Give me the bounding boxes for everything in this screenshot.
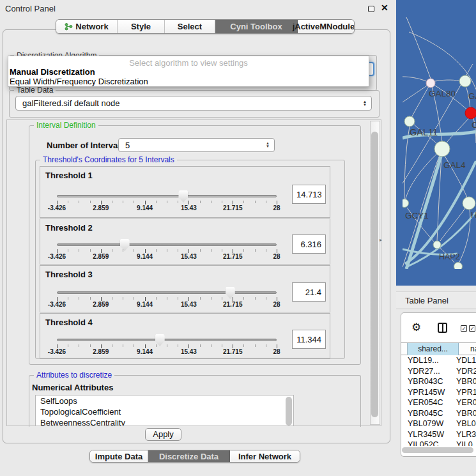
close-panel-icon[interactable]: ✕: [381, 3, 388, 13]
column-header-shared-name[interactable]: shared...: [407, 343, 459, 355]
threshold-2-value-field[interactable]: [292, 234, 326, 254]
threshold-1-panel: Threshold 1 -3.4262.8599.14415.4321.7152…: [40, 166, 330, 218]
screen: Control Panel ✕ Network Style Select Cyn…: [0, 0, 476, 476]
node-label-gal80: GAL80: [429, 89, 456, 98]
tab-cyni-toolbox[interactable]: Cyni Toolbox: [215, 20, 298, 33]
list-item-selfloops[interactable]: SelfLoops: [36, 395, 293, 406]
table-data-group-title: Table Data: [14, 86, 56, 95]
tab-impute-data[interactable]: Impute Data: [90, 450, 148, 462]
threshold-3-value-field[interactable]: [292, 282, 326, 302]
network-node-gal11[interactable]: [404, 116, 415, 127]
float-panel-icon[interactable]: [368, 6, 374, 12]
threshold-3-label: Threshold 3: [45, 270, 93, 279]
dropdown-option-equal-width-frequency[interactable]: Equal Width/Frequency Discretization: [10, 77, 148, 86]
threshold-3-slider[interactable]: -3.4262.8599.14415.4321.71528: [57, 291, 277, 311]
threshold-2-label: Threshold 2: [45, 223, 93, 233]
list-item-betweennesscentrality[interactable]: BetweennessCentrality: [36, 417, 293, 426]
numerical-attributes-label: Numerical Attributes: [32, 383, 113, 392]
slider-scale-labels: -3.4262.8599.14415.4321.71528: [57, 253, 277, 261]
node-label-gcy1: GCY1: [405, 211, 429, 220]
settings-scrollbar-thumb[interactable]: [371, 132, 378, 417]
node-label-hap2: HAP2: [439, 252, 460, 261]
bottom-tab-bar: Impute Data Discretize Data Infer Networ…: [89, 450, 300, 463]
table-row[interactable]: YDL19...YDL1: [401, 356, 476, 367]
node-label-partial-h: H: [471, 210, 476, 220]
table-row[interactable]: YLR345WYLR3: [401, 430, 476, 441]
network-nodes: [403, 75, 476, 269]
slider-track[interactable]: [57, 339, 277, 341]
threshold-4-slider[interactable]: -3.4262.8599.14415.4321.71528: [57, 339, 277, 358]
table-horizontal-scrollbar-thumb[interactable]: [402, 447, 473, 453]
network-node-right[interactable]: [463, 197, 475, 210]
tab-infer-network[interactable]: Infer Network: [230, 450, 300, 462]
table-row[interactable]: YIL052CYIL0: [401, 440, 476, 446]
network-node-gal80[interactable]: [426, 79, 435, 88]
network-node-top-right[interactable]: [459, 75, 471, 87]
network-node-selected-red[interactable]: [465, 107, 476, 119]
tab-network-label: Network: [75, 22, 108, 31]
combo-stepper-icon: ▲▼: [363, 100, 367, 107]
tab-discretize-data[interactable]: Discretize Data: [148, 450, 230, 462]
table-row[interactable]: YBR043CYBR0: [401, 377, 476, 388]
number-of-intervals-combobox[interactable]: 5 ▲▼: [118, 138, 275, 152]
table-columns-icon[interactable]: [438, 323, 447, 333]
apply-button[interactable]: Apply: [145, 428, 181, 441]
numerical-attributes-list[interactable]: SelfLoops TopologicalCoefficient Between…: [35, 395, 294, 426]
network-node-gcy1[interactable]: [403, 199, 409, 208]
algorithm-dropdown-popup: Select algorithm to view settings Manual…: [8, 56, 369, 87]
threshold-1-slider[interactable]: -3.4262.8599.14415.4321.71528: [57, 195, 277, 214]
table-row[interactable]: YPR145WYPR1: [401, 388, 476, 399]
table-row[interactable]: YBR045CYBR0: [401, 409, 476, 420]
network-node-gal4[interactable]: [434, 141, 450, 157]
table-data-combobox[interactable]: galFiltered.sif default node ▲▼: [15, 96, 372, 111]
slider-track[interactable]: [57, 243, 277, 246]
tab-select[interactable]: Select: [165, 20, 215, 33]
node-label-partial-c: C: [472, 120, 476, 130]
slider-track[interactable]: [57, 291, 277, 294]
control-panel-titlebar: Control Panel ✕: [0, 0, 395, 17]
tab-style[interactable]: Style: [118, 20, 165, 33]
top-tab-bar: Network Style Select Cyni Toolbox jActiv…: [56, 19, 355, 34]
node-label-gal4: GAL4: [443, 160, 466, 170]
number-of-intervals-label: Number of Intervals: [47, 141, 125, 150]
control-panel-title: Control Panel: [5, 4, 56, 13]
algorithm-dropdown-hint: Select algorithm to view settings: [8, 58, 369, 68]
column-header-name[interactable]: na: [470, 343, 476, 355]
dropdown-option-manual-discretization[interactable]: Manual Discretization: [10, 67, 95, 77]
network-node-bottom[interactable]: [454, 263, 463, 270]
threshold-3-panel: Threshold 3 -3.4262.8599.14415.4321.7152…: [40, 265, 330, 312]
slider-scale-labels: -3.4262.8599.14415.4321.71528: [57, 301, 277, 309]
list-item-topologicalcoefficient[interactable]: TopologicalCoefficient: [36, 406, 293, 417]
slider-scale-labels: -3.4262.8599.14415.4321.71528: [57, 204, 277, 212]
node-label-gal11: GAL11: [410, 127, 438, 137]
threshold-4-label: Threshold 4: [45, 318, 93, 327]
panel-resize-grip[interactable]: ▸: [380, 237, 382, 243]
threshold-4-panel: Threshold 4 -3.4262.8599.14415.4321.7152…: [40, 313, 330, 358]
slider-scale-labels: -3.4262.8599.14415.4321.71528: [57, 348, 277, 356]
tab-network[interactable]: Network: [56, 20, 118, 33]
network-canvas[interactable]: GAL80 GA C GAL11 GAL4 GCY1 H HAP2: [403, 17, 476, 269]
threshold-coordinates-title: Threshold's Coordinates for 5 Intervals: [40, 155, 177, 164]
table-row[interactable]: YDR27...YDR2: [401, 367, 476, 378]
table-settings-gear-icon[interactable]: ⚙: [411, 321, 421, 334]
threshold-1-label: Threshold 1: [45, 171, 93, 180]
node-label-partial-ga: GA: [468, 91, 476, 101]
threshold-4-value-field[interactable]: [292, 330, 326, 349]
tab-jactivemnodules[interactable]: jActiveMNodules: [298, 20, 354, 33]
table-select-checkbox-icon[interactable]: ✓: [461, 325, 467, 332]
table-panel-titlebar: Table Panel: [396, 291, 476, 309]
table-row[interactable]: YER054CYER0: [401, 398, 476, 409]
slider-track[interactable]: [57, 195, 277, 197]
list-scrollbar-thumb[interactable]: [286, 397, 292, 426]
number-of-intervals-value: 5: [125, 141, 130, 150]
table-select-all-checkbox-icon[interactable]: ✓: [469, 325, 475, 332]
threshold-1-value-field[interactable]: [292, 185, 326, 204]
combo-stepper-icon: ▲▼: [266, 142, 270, 148]
interval-definition-title: Interval Definition: [34, 121, 98, 130]
table-row[interactable]: YBL079WYBL0: [401, 419, 476, 430]
network-node-hap2[interactable]: [433, 241, 441, 249]
table-body: YDL19...YDL1 YDR27...YDR2 YBR043CYBR0 YP…: [401, 356, 476, 446]
table-panel-title: Table Panel: [405, 296, 449, 305]
threshold-2-slider[interactable]: -3.4262.8599.14415.4321.71528: [57, 243, 277, 263]
table-header-row: shared... na: [401, 342, 476, 355]
